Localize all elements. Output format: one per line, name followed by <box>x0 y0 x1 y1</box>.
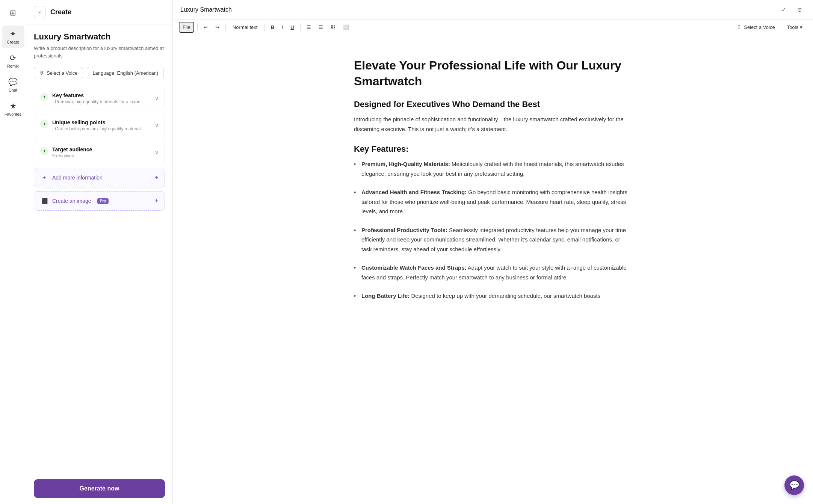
target-audience-preview: Executives <box>52 153 92 158</box>
underline-icon: U <box>290 24 294 30</box>
settings-icon: ⊙ <box>797 6 802 13</box>
sidebar-header: ‹ Create <box>26 0 172 24</box>
sidebar-item-favorites[interactable]: ★ Favorites <box>2 98 24 120</box>
unique-selling-chevron: ∨ <box>155 122 159 128</box>
topbar-right: ✓ ⊙ <box>778 4 805 16</box>
list-item: Customizable Watch Faces and Straps: Ada… <box>354 263 632 282</box>
link-icon: ⛓ <box>331 24 335 30</box>
language-button-label: Language: English (American) <box>92 70 158 76</box>
chat-label: Chat <box>9 88 17 92</box>
favorites-icon: ★ <box>10 101 17 110</box>
settings-icon-button[interactable]: ⊙ <box>793 4 805 16</box>
accordion-target-audience-left: ✦ Target audience Executives <box>40 146 92 158</box>
sidebar-item-remix[interactable]: ⟳ Remix <box>2 50 24 72</box>
key-features-icon: ✦ <box>40 93 48 101</box>
create-image-label: Create an image <box>52 198 91 204</box>
redo-button[interactable]: ↪ <box>212 23 222 32</box>
file-menu-button[interactable]: File <box>179 22 194 33</box>
voice-icon: 🎙 <box>39 70 44 76</box>
key-features-preview: - Premium, high-quality materials for a … <box>52 99 146 104</box>
check-icon: ✓ <box>781 6 786 13</box>
editor-heading-2: Designed for Executives Who Demand the B… <box>354 100 632 109</box>
sidebar-header-title: Create <box>50 8 71 16</box>
toolbar-voice-icon: 🎙 <box>737 24 742 30</box>
toolbar-separator-3 <box>264 24 264 31</box>
bullet-list-icon: ☰ <box>307 24 311 30</box>
chat-bubble-icon: 💬 <box>789 480 799 490</box>
language-button[interactable]: Language: English (American) <box>87 67 164 79</box>
add-more-info-button[interactable]: ✦ Add more information + <box>34 168 165 187</box>
sidebar-item-create[interactable]: ✦ Create <box>2 26 24 48</box>
list-item: Premium, High-Quality Materials: Meticul… <box>354 159 632 178</box>
check-icon-button[interactable]: ✓ <box>778 4 790 16</box>
accordion-unique-selling-left: ✦ Unique selling points - Crafted with p… <box>40 119 146 131</box>
toolbar-separator-1 <box>197 24 198 31</box>
key-features-title: Key features <box>52 92 146 98</box>
accordion-target-audience: ✦ Target audience Executives ∨ <box>34 141 165 164</box>
accordion-key-features-header[interactable]: ✦ Key features - Premium, high-quality m… <box>34 87 165 110</box>
back-button[interactable]: ‹ <box>34 6 46 18</box>
document-description: Write a product description for a luxury… <box>34 45 165 59</box>
generate-now-button[interactable]: Generate now <box>34 479 165 498</box>
editor-features-heading: Key Features: <box>354 144 632 154</box>
underline-button[interactable]: U <box>287 23 297 32</box>
text-style-dropdown[interactable]: Normal text <box>229 23 261 32</box>
add-more-info-icon: ✦ <box>40 174 48 182</box>
editor-toolbar: File ↩ ↪ Normal text B I U ☰ ☲ ⛓ ⬜ <box>173 20 813 35</box>
toolbar-separator-4 <box>300 24 301 31</box>
editor-intro: Introducing the pinnacle of sophisticati… <box>354 115 632 134</box>
document-title: Luxury Smartwatch <box>34 32 165 42</box>
toolbar-separator-2 <box>225 24 226 31</box>
target-audience-icon: ✦ <box>40 147 48 155</box>
unique-selling-icon: ✦ <box>40 120 48 128</box>
home-icon: ⊞ <box>10 8 16 17</box>
accordion-unique-selling: ✦ Unique selling points - Crafted with p… <box>34 114 165 137</box>
tools-chevron: ▾ <box>800 24 802 30</box>
main-topbar: Luxury Smartwatch ✓ ⊙ <box>173 0 813 20</box>
select-voice-button[interactable]: 🎙 Select a Voice <box>34 67 83 79</box>
italic-button[interactable]: I <box>279 23 286 32</box>
feature-5-bold: Long Battery Life: <box>361 293 410 299</box>
bold-icon: B <box>270 24 274 30</box>
bullet-list-button[interactable]: ☰ <box>304 23 314 32</box>
target-audience-title: Target audience <box>52 146 92 152</box>
left-navigation: ⊞ ✦ Create ⟳ Remix 💬 Chat ★ Favorites <box>0 0 26 504</box>
list-item: Professional Productivity Tools: Seamles… <box>354 225 632 254</box>
sidebar-footer: Generate now <box>26 473 172 504</box>
sidebar-item-chat[interactable]: 💬 Chat <box>2 74 24 96</box>
toolbar-right: 🎙 Select a Voice Tools ▾ <box>732 22 807 32</box>
link-button[interactable]: ⛓ <box>328 23 338 32</box>
chat-icon: 💬 <box>8 77 18 86</box>
accordion-target-audience-header[interactable]: ✦ Target audience Executives ∨ <box>34 141 165 164</box>
image-button[interactable]: ⬜ <box>340 23 352 32</box>
feature-4-bold: Customizable Watch Faces and Straps: <box>361 264 467 271</box>
sidebar-content: Luxury Smartwatch Write a product descri… <box>26 24 172 473</box>
numbered-list-icon: ☲ <box>319 24 323 30</box>
accordion-unique-selling-header[interactable]: ✦ Unique selling points - Crafted with p… <box>34 114 165 137</box>
list-item: Long Battery Life: Designed to keep up w… <box>354 291 632 301</box>
create-image-left: ⬛ Create an image Pro <box>40 197 109 205</box>
editor-features-list: Premium, High-Quality Materials: Meticul… <box>354 159 632 301</box>
chat-bubble-button[interactable]: 💬 <box>784 475 804 495</box>
toolbar-voice-label: Select a Voice <box>744 24 775 30</box>
feature-5-rest: Designed to keep up with your demanding … <box>410 293 600 299</box>
accordion-key-features-left: ✦ Key features - Premium, high-quality m… <box>40 92 146 104</box>
remix-icon: ⟳ <box>10 53 16 62</box>
toolbar-select-voice-button[interactable]: 🎙 Select a Voice <box>732 22 779 32</box>
undo-icon: ↩ <box>204 24 208 30</box>
sidebar-item-home[interactable]: ⊞ <box>2 5 24 21</box>
unique-selling-title: Unique selling points <box>52 119 146 125</box>
tools-menu-button[interactable]: Tools ▾ <box>783 22 807 32</box>
extra-options: ✦ Add more information + ⬛ Create an ima… <box>34 168 165 211</box>
feature-3-bold: Professional Productivity Tools: <box>361 227 447 233</box>
undo-button[interactable]: ↩ <box>201 23 211 32</box>
accordion-key-features: ✦ Key features - Premium, high-quality m… <box>34 87 165 110</box>
unique-selling-preview: - Crafted with premium, high-quality mat… <box>52 126 146 131</box>
remix-label: Remix <box>7 64 19 68</box>
create-image-button[interactable]: ⬛ Create an image Pro + <box>34 191 165 211</box>
voice-button-label: Select a Voice <box>47 70 77 76</box>
numbered-list-button[interactable]: ☲ <box>316 23 326 32</box>
redo-icon: ↪ <box>215 24 219 30</box>
target-audience-chevron: ∨ <box>155 149 159 155</box>
bold-button[interactable]: B <box>267 23 277 32</box>
